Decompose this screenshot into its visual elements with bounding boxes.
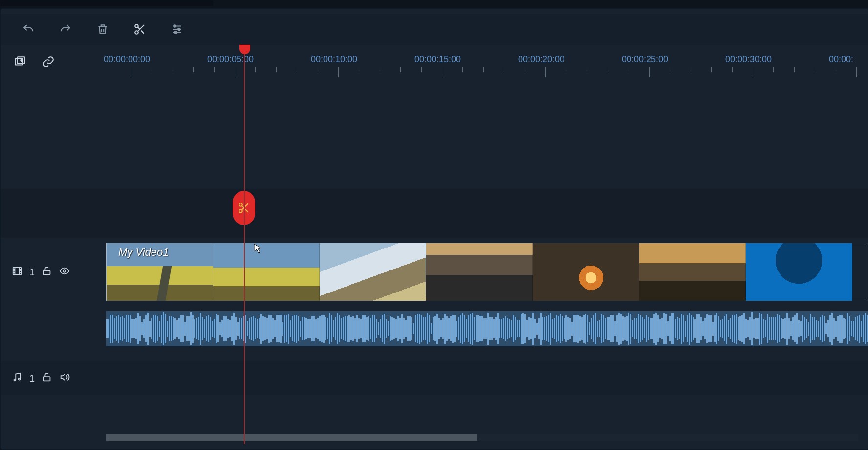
ruler-label: 00:00:05:00	[207, 54, 254, 65]
ruler-label: 00:00:10:00	[311, 54, 357, 65]
svg-marker-28	[61, 374, 65, 380]
video-clip-strip[interactable]: My Video1	[99, 238, 868, 306]
ruler-row: 00:00:00:00 00:00:05:00 00:00:10:00 00:0…	[1, 45, 868, 91]
top-strip	[0, 0, 213, 6]
ruler-label: 00:00:15:00	[414, 54, 461, 65]
film-icon	[12, 266, 22, 279]
redo-button[interactable]	[59, 22, 72, 36]
time-ruler[interactable]: 00:00:00:00 00:00:05:00 00:00:10:00 00:0…	[99, 45, 868, 91]
timeline-spacer	[1, 91, 868, 189]
svg-point-25	[14, 379, 16, 381]
ruler-label: 00:00:00:00	[104, 54, 150, 65]
svg-point-1	[135, 31, 138, 34]
timeline-scrollbar-thumb[interactable]	[106, 434, 477, 441]
video-thumb: My Video1	[107, 243, 213, 301]
timeline-toolbar	[1, 14, 868, 45]
video-thumb	[213, 243, 320, 301]
app-frame: 00:00:00:00 00:00:05:00 00:00:10:00 00:0…	[0, 0, 868, 450]
ruler-gutter	[1, 45, 99, 91]
undo-button[interactable]	[22, 22, 35, 36]
video-clip[interactable]: My Video1	[106, 243, 868, 301]
svg-point-5	[174, 25, 176, 27]
music-track-index: 1	[29, 373, 35, 384]
unlock-icon[interactable]	[42, 266, 52, 279]
svg-point-6	[178, 28, 180, 30]
ruler-ticks	[99, 67, 868, 79]
video-thumb	[320, 243, 426, 301]
cut-at-playhead-button[interactable]	[233, 191, 255, 225]
speaker-icon[interactable]	[59, 372, 70, 385]
timeline-scrollbar-track[interactable]	[106, 434, 858, 441]
ruler-label: 00:00:30:00	[725, 54, 772, 65]
audio-track-spacer	[1, 306, 99, 351]
ruler-label: 00:00:25:00	[622, 54, 668, 65]
video-thumb	[533, 243, 639, 301]
waveform-bg	[106, 311, 868, 346]
ruler-label: 00:00:	[829, 54, 853, 65]
split-button[interactable]	[133, 22, 147, 36]
timeline-panel: 00:00:00:00 00:00:05:00 00:00:10:00 00:0…	[0, 8, 868, 450]
add-marker-button[interactable]	[13, 54, 27, 69]
audio-track-row	[1, 306, 868, 351]
video-track-row: 1 My Video1	[1, 238, 868, 306]
svg-point-24	[63, 270, 66, 272]
video-thumb	[426, 243, 533, 301]
music-track-header: 1	[1, 361, 99, 395]
settings-button[interactable]	[170, 22, 184, 36]
unlock-icon[interactable]	[42, 372, 52, 385]
svg-point-7	[175, 31, 177, 33]
svg-rect-23	[44, 270, 50, 274]
music-note-icon	[12, 372, 22, 385]
waveform-bars	[106, 311, 868, 346]
link-button[interactable]	[41, 54, 56, 69]
svg-rect-27	[44, 377, 50, 381]
svg-point-0	[135, 24, 138, 28]
video-track-index: 1	[29, 267, 35, 278]
ruler-label: 00:00:20:00	[518, 54, 564, 65]
video-track-header: 1	[1, 238, 99, 306]
svg-point-12	[239, 203, 242, 206]
svg-point-26	[19, 378, 21, 380]
audio-clip[interactable]	[99, 306, 868, 351]
svg-point-13	[239, 209, 242, 213]
eye-icon[interactable]	[59, 266, 70, 279]
clip-label: My Video1	[118, 246, 169, 259]
video-thumb	[639, 243, 746, 301]
video-thumb	[746, 243, 852, 301]
music-track-row: 1	[1, 361, 868, 395]
cut-row	[1, 189, 868, 238]
delete-button[interactable]	[96, 22, 109, 36]
